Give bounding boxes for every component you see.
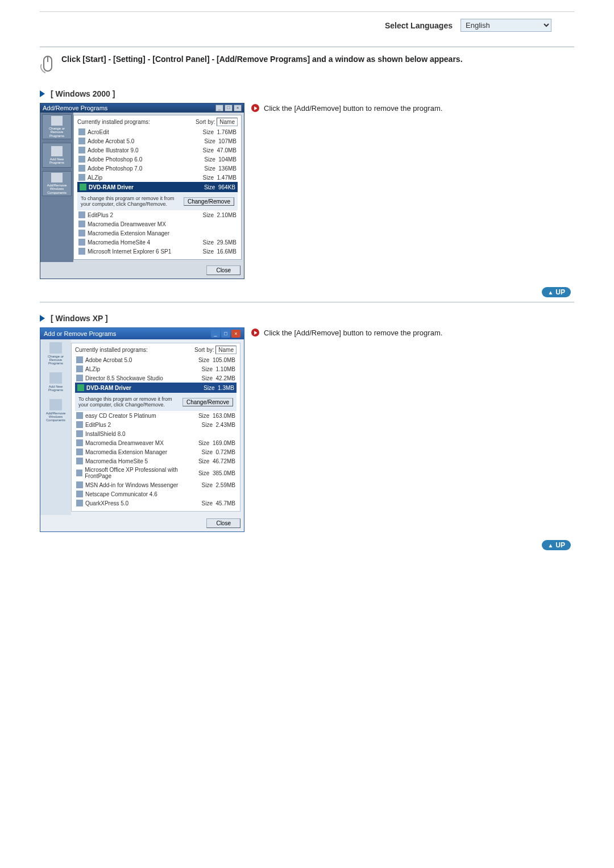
up-link[interactable]: UP (542, 287, 571, 297)
program-size: 29.5MB (217, 239, 237, 246)
program-name: EditPlus 2 (88, 212, 113, 218)
app-icon (76, 491, 83, 497)
maximize-button[interactable]: □ (225, 105, 233, 111)
program-size: 0.72MB (216, 449, 235, 455)
window-title: Add/Remove Programs (43, 105, 107, 111)
sort-by-select[interactable]: Name (215, 346, 237, 354)
program-row[interactable]: Adobe Photoshop 6.0Size 104MB (77, 155, 238, 164)
app-icon (76, 481, 83, 488)
sidebar: Change or Remove Programs Add New Progra… (40, 113, 73, 262)
close-dialog-button[interactable]: Close (206, 518, 240, 528)
change-remove-button[interactable]: Change/Remove (184, 197, 234, 206)
close-dialog-button[interactable]: Close (206, 265, 240, 275)
program-size: 1.10MB (216, 366, 235, 372)
sidebar-item-label: Change or Remove Programs (42, 355, 69, 366)
app-icon (80, 184, 86, 190)
program-row[interactable]: ALZipSize 1.47MB (77, 173, 238, 182)
program-row[interactable]: Macromedia HomeSite 4Size 29.5MB (77, 238, 238, 247)
program-row[interactable]: EditPlus 2Size 2.10MB (77, 210, 238, 219)
program-size: 45.7MB (216, 500, 235, 506)
minimize-button[interactable]: _ (215, 105, 223, 111)
program-size: 964KB (218, 184, 235, 190)
size-label: Size (203, 147, 214, 153)
program-name: AcroEdit (88, 129, 109, 135)
window-title: Add or Remove Programs (44, 330, 116, 337)
app-icon (76, 366, 83, 372)
sidebar-item-add-new[interactable]: Add New Programs (42, 143, 72, 168)
program-size: 16.6MB (217, 248, 237, 255)
change-hint-text: To change this program or remove it from… (81, 196, 179, 207)
size-label: Size (198, 458, 209, 464)
app-icon (76, 412, 83, 419)
close-button[interactable]: × (234, 105, 242, 111)
program-row[interactable]: Adobe Illustrator 9.0Size 47.0MB (77, 146, 238, 155)
close-button[interactable]: × (231, 330, 240, 338)
size-label: Size (202, 449, 213, 455)
size-label: Size (203, 212, 214, 218)
program-row[interactable]: Macromedia Extension ManagerSize 0.72MB (75, 447, 237, 456)
package-icon (51, 116, 63, 126)
program-row[interactable]: Macromedia Extension Manager (77, 229, 238, 238)
program-size: 2.10MB (217, 212, 237, 218)
section-divider (40, 302, 574, 302)
program-row[interactable]: AcroEditSize 1.76MB (77, 127, 238, 136)
program-row[interactable]: EditPlus 2Size 2.43MB (75, 420, 237, 429)
sort-by-select[interactable]: Name (217, 118, 238, 126)
program-row[interactable]: ALZipSize 1.10MB (75, 364, 237, 373)
change-remove-button[interactable]: Change/Remove (182, 398, 233, 406)
program-row[interactable]: Macromedia Dreamweaver MXSize 169.0MB (75, 438, 237, 447)
program-list: AcroEditSize 1.76MB Adobe Acrobat 5.0Siz… (77, 127, 238, 256)
program-row[interactable]: Microsoft Internet Explorer 6 SP1Size 16… (77, 247, 238, 256)
program-name: Adobe Illustrator 9.0 (88, 147, 139, 153)
program-size: 105.0MB (213, 357, 235, 363)
program-name: Adobe Acrobat 5.0 (88, 138, 134, 144)
size-label: Size (198, 413, 209, 419)
program-name: MSN Add-in for Windows Messenger (85, 482, 178, 488)
app-icon (78, 156, 85, 163)
program-row[interactable]: Macromedia HomeSite 5Size 46.72MB (75, 456, 237, 466)
currently-installed-label: Currently installed programs: (77, 119, 150, 125)
sidebar-item-add-new[interactable]: Add New Programs (42, 369, 69, 394)
program-name: Macromedia Extension Manager (85, 449, 167, 455)
sidebar-item-windows-components[interactable]: Add/Remove Windows Components (42, 398, 69, 423)
intro-text: Click [Start] - [Setting] - [Control Pan… (61, 54, 463, 65)
program-row[interactable]: QuarkXPress 5.0Size 45.7MB (75, 499, 237, 508)
program-name: InstallShield 8.0 (85, 431, 126, 437)
program-row[interactable]: MSN Add-in for Windows MessengerSize 2.5… (75, 480, 237, 489)
program-row[interactable]: InstallShield 8.0 (75, 429, 237, 438)
language-select[interactable]: English (460, 19, 551, 32)
app-icon (76, 356, 83, 363)
program-row-selected[interactable]: DVD-RAM DriverSize 1.3MB (75, 383, 237, 393)
window-buttons: _ □ × (211, 330, 240, 338)
program-name: Macromedia Extension Manager (88, 230, 169, 236)
program-row[interactable]: Adobe Acrobat 5.0Size 107MB (77, 136, 238, 146)
program-row[interactable]: Microsoft Office XP Professional with Fr… (75, 466, 237, 480)
section-title-xp: [ Windows XP ] (51, 314, 108, 323)
app-icon (76, 500, 83, 506)
sidebar-item-windows-components[interactable]: Add/Remove Windows Components (42, 171, 72, 196)
arrow-bullet-icon (251, 104, 259, 112)
up-link[interactable]: UP (542, 540, 571, 550)
program-row-selected[interactable]: DVD-RAM DriverSize 964KB (77, 182, 238, 192)
sidebar-item-change-remove[interactable]: Change or Remove Programs (42, 341, 69, 366)
maximize-button[interactable]: □ (221, 330, 230, 338)
app-icon (78, 138, 85, 144)
program-name: DVD-RAM Driver (86, 385, 131, 391)
app-icon (78, 174, 85, 181)
sidebar-item-change-remove[interactable]: Change or Remove Programs (42, 114, 72, 139)
program-row[interactable]: Macromedia Dreamweaver MX (77, 219, 238, 229)
app-icon (76, 421, 83, 428)
program-row[interactable]: Adobe Photoshop 7.0Size 136MB (77, 164, 238, 173)
tip-xp: Click the [Add/Remove] button to remove … (251, 327, 442, 337)
size-label: Size (203, 175, 214, 181)
program-size: 107MB (218, 138, 237, 144)
program-row[interactable]: Adobe Acrobat 5.0Size 105.0MB (75, 355, 237, 364)
program-size: 385.0MB (213, 470, 235, 476)
program-row[interactable]: Netscape Communicator 4.6 (75, 489, 237, 499)
program-row[interactable]: easy CD Creator 5 PlatinumSize 163.0MB (75, 411, 237, 420)
program-row[interactable]: Director 8.5 Shockwave StudioSize 42.2MB (75, 373, 237, 383)
app-icon (78, 248, 85, 255)
size-label: Size (204, 138, 215, 144)
program-name: Macromedia HomeSite 4 (88, 239, 150, 246)
minimize-button[interactable]: _ (211, 330, 220, 338)
